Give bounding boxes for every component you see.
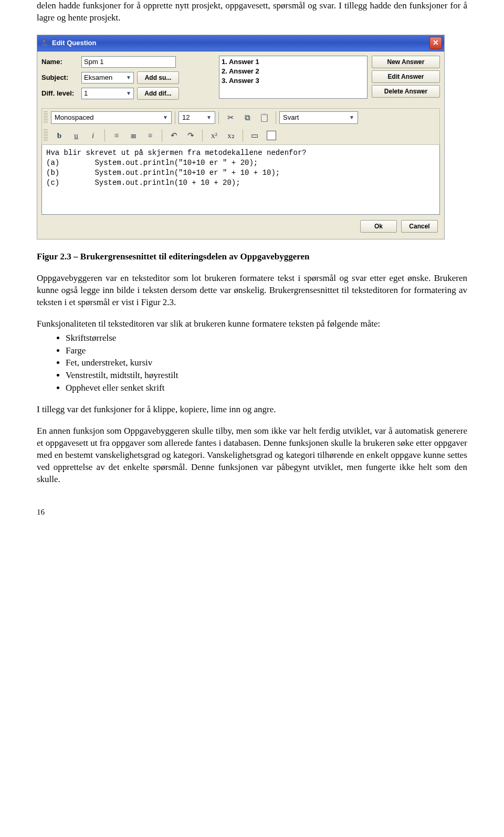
superscript-icon: x² — [211, 130, 217, 141]
paste-icon: 📋 — [259, 112, 269, 123]
font-size-combo[interactable]: 12 ▼ — [178, 111, 215, 124]
delete-answer-button[interactable]: Delete Answer — [372, 85, 440, 98]
feature-bullet-list: Skriftstørrelse Farge Fet, understreket,… — [37, 332, 467, 395]
paragraph-4: En annen funksjon som Oppgavebyggeren sk… — [37, 425, 467, 486]
redo-button[interactable]: ↷ — [182, 128, 199, 143]
color-swatch-button[interactable] — [263, 128, 280, 143]
list-item: Venstrestilt, midtstilt, høyrestilt — [66, 370, 467, 382]
align-left-icon: ≡ — [114, 130, 119, 141]
bold-button[interactable]: b — [51, 128, 68, 143]
add-subject-button[interactable]: Add su... — [137, 71, 179, 84]
java-icon — [40, 39, 49, 47]
list-item: Opphevet eller senket skrift — [66, 382, 467, 394]
editor-line: (a) System.out.println("10+10 er " + 20)… — [46, 159, 258, 167]
list-item: Farge — [66, 345, 467, 357]
underline-icon: u — [74, 130, 78, 141]
close-icon: ✕ — [433, 38, 439, 48]
subject-label: Subject: — [41, 73, 78, 82]
paragraph-1: Oppgavebyggeren var en teksteditor som l… — [37, 273, 467, 309]
paste-button[interactable]: 📋 — [256, 110, 272, 125]
diff-label: Diff. level: — [41, 89, 78, 98]
undo-icon: ↶ — [171, 130, 177, 141]
editor-line: Hva blir skrevet ut på skjermen fra meto… — [46, 149, 307, 157]
font-color-value: Svart — [283, 113, 299, 122]
font-family-combo[interactable]: Monospaced ▼ — [51, 111, 172, 124]
diff-combo-value: 1 — [84, 89, 88, 98]
name-label: Name: — [41, 57, 78, 67]
color-swatch-icon — [267, 131, 276, 140]
figure-caption: Figur 2.3 – Brukergrensesnittet til edit… — [37, 251, 467, 263]
insert-image-button[interactable]: ▭ — [246, 128, 263, 143]
paragraph-2-lead: Funksjonaliteten til teksteditoren var s… — [37, 318, 467, 330]
page-number: 16 — [37, 507, 467, 517]
align-center-button[interactable]: ≣ — [125, 128, 142, 143]
subscript-button[interactable]: x₂ — [223, 128, 239, 143]
undo-button[interactable]: ↶ — [165, 128, 182, 143]
copy-icon: ⧉ — [245, 112, 250, 123]
list-item: Skriftstørrelse — [66, 332, 467, 344]
font-size-value: 12 — [182, 113, 190, 122]
format-toolbar-2: b u i ≡ ≣ ≡ ↶ ↷ x² x₂ ▭ — [41, 127, 440, 145]
cancel-button[interactable]: Cancel — [401, 220, 438, 233]
italic-icon: i — [92, 130, 94, 141]
underline-button[interactable]: u — [68, 128, 85, 143]
copy-button[interactable]: ⧉ — [239, 110, 256, 125]
answer-item[interactable]: 1. Answer 1 — [222, 57, 365, 67]
italic-button[interactable]: i — [85, 128, 101, 143]
window-title: Edit Question — [52, 38, 97, 48]
chevron-down-icon: ▼ — [206, 114, 212, 121]
redo-icon: ↷ — [187, 130, 194, 141]
font-family-value: Monospaced — [55, 113, 93, 122]
font-color-combo[interactable]: Svart ▼ — [279, 111, 358, 124]
new-answer-button[interactable]: New Answer — [372, 56, 440, 68]
align-left-button[interactable]: ≡ — [108, 128, 125, 143]
toolbar-grip — [44, 111, 48, 124]
image-icon: ▭ — [251, 130, 258, 141]
ok-button[interactable]: Ok — [360, 220, 397, 233]
align-right-button[interactable]: ≡ — [142, 128, 159, 143]
list-item: Fet, understreket, kursiv — [66, 357, 467, 369]
edit-answer-button[interactable]: Edit Answer — [372, 70, 440, 83]
intro-paragraph: delen hadde funksjoner for å opprette ny… — [37, 0, 467, 24]
question-text-editor[interactable]: Hva blir skrevet ut på skjermen fra meto… — [41, 145, 440, 215]
toolbar-grip — [44, 129, 48, 142]
close-button[interactable]: ✕ — [429, 37, 442, 49]
cut-icon: ✂ — [227, 112, 234, 123]
answer-item[interactable]: 3. Answer 3 — [222, 76, 365, 86]
subject-combo[interactable]: Eksamen ▼ — [81, 72, 134, 83]
chevron-down-icon: ▼ — [163, 114, 168, 121]
bold-icon: b — [57, 130, 61, 141]
chevron-down-icon: ▼ — [126, 74, 131, 81]
format-toolbar-1: Monospaced ▼ 12 ▼ ✂ ⧉ 📋 Svart ▼ — [41, 108, 440, 127]
edit-question-window: Edit Question ✕ Name: Subject: Eksamen — [37, 35, 445, 239]
name-input[interactable] — [81, 56, 176, 68]
editor-line: (c) System.out.println(10 + 10 + 20); — [46, 179, 240, 187]
window-titlebar: Edit Question ✕ — [37, 35, 444, 51]
paragraph-3: I tillegg var det funksjoner for å klipp… — [37, 404, 467, 416]
cut-button[interactable]: ✂ — [222, 110, 239, 125]
chevron-down-icon: ▼ — [126, 90, 131, 97]
add-diff-button[interactable]: Add dif... — [137, 87, 179, 100]
align-right-icon: ≡ — [148, 130, 152, 141]
subscript-icon: x₂ — [227, 130, 235, 141]
diff-combo[interactable]: 1 ▼ — [81, 88, 134, 99]
superscript-button[interactable]: x² — [206, 128, 223, 143]
align-center-icon: ≣ — [130, 130, 137, 141]
answer-list[interactable]: 1. Answer 1 2. Answer 2 3. Answer 3 — [219, 56, 368, 99]
subject-combo-value: Eksamen — [84, 73, 112, 82]
answer-item[interactable]: 2. Answer 2 — [222, 67, 365, 76]
chevron-down-icon: ▼ — [349, 114, 354, 121]
editor-line: (b) System.out.println("10+10 er " + 10 … — [46, 169, 280, 177]
